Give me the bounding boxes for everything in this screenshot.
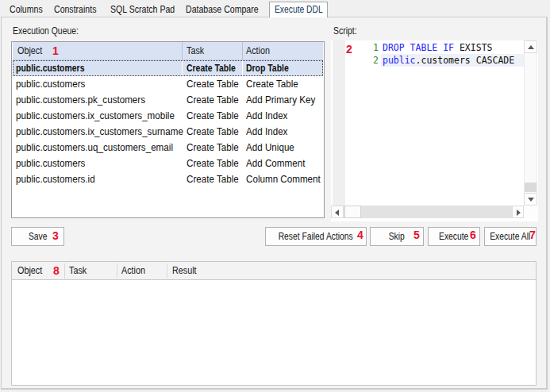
results-column-header-object[interactable]: Object: [17, 262, 42, 279]
cell-action: Column Comment: [246, 171, 321, 187]
line-number: 1: [331, 41, 379, 54]
tab-execute-ddl[interactable]: Execute DDL: [269, 2, 328, 17]
tab-sql-scratch-pad[interactable]: SQL Scratch Pad: [110, 5, 175, 15]
horizontal-scrollbar[interactable]: [331, 206, 524, 218]
button-label: Reset Failed Actions: [279, 228, 353, 245]
tab-bar: Columns Constraints SQL Scratch Pad Data…: [0, 0, 550, 17]
results-column-header-result[interactable]: Result: [172, 262, 197, 279]
queue-column-header-task[interactable]: Task: [187, 42, 204, 60]
cell-task: Create Table: [187, 108, 239, 124]
column-separator[interactable]: [182, 42, 183, 60]
cell-task: Create Table: [187, 124, 239, 140]
cell-action: Add Index: [246, 108, 287, 124]
line-number: 2: [331, 54, 379, 67]
queue-column-header-object[interactable]: Object: [17, 42, 42, 60]
queue-row[interactable]: public.customers Create Table Create Tab…: [13, 76, 323, 92]
tab-label: Execute DDL: [275, 2, 323, 17]
cell-object: public.customers.ix_customers_mobile: [16, 108, 175, 124]
left-arrow-icon: [335, 209, 339, 216]
script-code: 1 DROP TABLE IF EXISTS 2 public.customer…: [331, 41, 524, 67]
cell-task: Create Table: [187, 92, 239, 108]
queue-row[interactable]: public.customers.ix_customers_mobile Cre…: [13, 108, 323, 124]
column-separator[interactable]: [64, 263, 65, 279]
cell-object: public.customers.id: [16, 171, 95, 187]
code-text: public.customers CASCADE: [383, 54, 514, 67]
vertical-scrollbar[interactable]: [524, 40, 537, 206]
reset-failed-actions-button[interactable]: Reset Failed Actions: [265, 227, 367, 246]
tab-constraints[interactable]: Constraints: [54, 5, 96, 15]
cell-object: public.customers: [16, 76, 85, 92]
tab-columns[interactable]: Columns: [10, 5, 43, 15]
tab-database-compare[interactable]: Database Compare: [186, 5, 259, 15]
results-column-header-task[interactable]: Task: [69, 262, 87, 279]
column-separator: [182, 60, 183, 76]
annotation-mark-7: 7: [529, 229, 536, 240]
code-text: DROP TABLE IF EXISTS: [383, 41, 492, 54]
scroll-left-button[interactable]: [331, 206, 344, 218]
up-arrow-icon: [528, 45, 534, 49]
results-table: Object Task Action Result: [11, 261, 537, 386]
cell-object: public.customers.uq_customers_email: [16, 140, 173, 156]
annotation-mark-1: 1: [52, 45, 59, 56]
execution-queue-label: Execution Queue:: [13, 26, 79, 37]
queue-column-header-action[interactable]: Action: [246, 42, 270, 60]
sql-text: EXISTS: [460, 42, 493, 53]
scroll-down-button[interactable]: [524, 193, 537, 206]
annotation-mark-6: 6: [470, 229, 476, 240]
queue-row[interactable]: public.customers.ix_customers_surname Cr…: [13, 124, 323, 140]
cell-action: Add Comment: [246, 156, 305, 171]
annotation-mark-2: 2: [346, 44, 352, 55]
annotation-mark-4: 4: [357, 229, 363, 240]
code-line: 1 DROP TABLE IF EXISTS: [331, 41, 524, 54]
script-label: Script:: [333, 26, 357, 37]
results-header: Object Task Action Result: [12, 262, 536, 280]
cell-object: public.customers.pk_customers: [16, 92, 145, 108]
cell-task: Create Table: [187, 60, 236, 76]
cell-action: Add Primary Key: [246, 92, 315, 108]
column-separator[interactable]: [242, 42, 243, 60]
button-label: Execute All: [490, 228, 530, 245]
cell-task: Create Table: [187, 76, 239, 92]
cell-action: Add Index: [246, 124, 287, 140]
sql-keyword: DROP TABLE IF: [383, 42, 460, 53]
right-arrow-icon: [517, 209, 521, 216]
execution-queue-table: Object Task Action public.customers Crea…: [11, 41, 325, 218]
cell-object: public.customers: [16, 156, 85, 171]
cell-object: public.customers: [16, 60, 84, 76]
vertical-scrollbar-thumb[interactable]: [525, 183, 537, 192]
column-separator: [242, 60, 243, 76]
cell-action: Add Unique: [246, 140, 294, 156]
button-label: Save: [29, 228, 48, 245]
horizontal-scrollbar-thumb[interactable]: [344, 206, 361, 218]
annotation-mark-5: 5: [413, 229, 420, 240]
cell-object: public.customers.ix_customers_surname: [16, 124, 183, 140]
cell-action: Create Table: [246, 76, 298, 92]
column-separator[interactable]: [117, 263, 117, 279]
queue-row[interactable]: public.customers.pk_customers Create Tab…: [13, 92, 323, 108]
code-line: 2 public.customers CASCADE: [331, 54, 524, 67]
sql-text: .customers CASCADE: [416, 55, 515, 66]
button-label: Skip: [389, 228, 405, 245]
scrollbar-corner: [524, 206, 537, 218]
cell-task: Create Table: [187, 140, 239, 156]
cell-action: Drop Table: [246, 60, 289, 76]
execute-ddl-window: Columns Constraints SQL Scratch Pad Data…: [0, 0, 550, 392]
column-separator[interactable]: [167, 263, 167, 279]
queue-row[interactable]: public.customers Create Table Drop Table: [13, 60, 323, 76]
scroll-right-button[interactable]: [512, 206, 524, 218]
cell-task: Create Table: [187, 171, 239, 187]
execution-queue-body: public.customers Create Table Drop Table…: [13, 60, 323, 187]
queue-row[interactable]: public.customers.uq_customers_email Crea…: [13, 140, 323, 156]
sql-keyword: public: [383, 55, 416, 66]
queue-row[interactable]: public.customers.id Create Table Column …: [13, 171, 323, 187]
annotation-mark-8: 8: [53, 265, 60, 276]
queue-row[interactable]: public.customers Create Table Add Commen…: [13, 156, 323, 171]
scroll-up-button[interactable]: [524, 40, 537, 53]
execution-queue-header: Object Task Action: [13, 42, 323, 60]
script-editor[interactable]: 1 DROP TABLE IF EXISTS 2 public.customer…: [331, 40, 538, 221]
results-column-header-action[interactable]: Action: [121, 262, 145, 279]
cell-task: Create Table: [187, 156, 239, 171]
annotation-mark-3: 3: [52, 230, 59, 241]
button-label: Execute: [439, 228, 468, 245]
down-arrow-icon: [528, 198, 534, 202]
